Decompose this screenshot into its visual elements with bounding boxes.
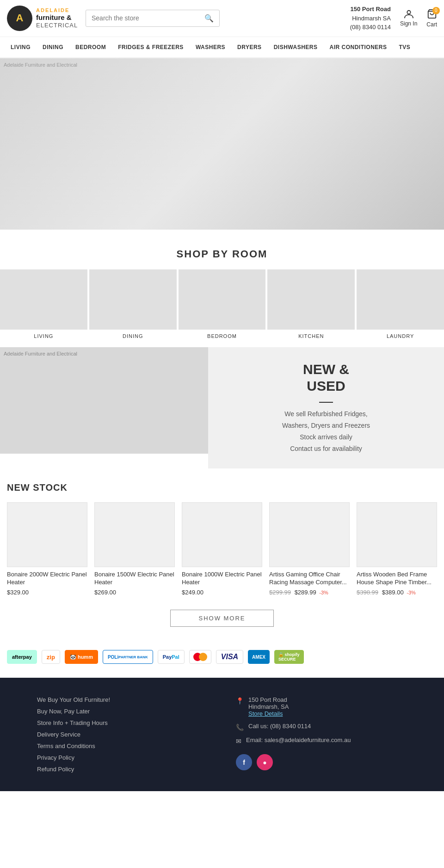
room-label-kitchen: KITCHEN (267, 330, 355, 343)
site-header: A ADELAIDE furniture & ELECTRICAL 🔍 150 … (0, 0, 444, 37)
footer-address-line1: 150 Port Road (248, 696, 289, 703)
nav-item-living[interactable]: LIVING (5, 37, 37, 57)
new-used-left: Adelaide Furniture and Electrical (0, 347, 208, 454)
poli-logo: POLiPARTNER BANK (103, 650, 153, 664)
product-price-1: $329.00 (7, 589, 87, 596)
product-name-1: Bonaire 2000W Electric Panel Heater (7, 571, 87, 587)
footer-link-delivery[interactable]: Delivery Service (37, 731, 208, 738)
footer-email: ✉ Email: sales@adelaidefurniture.com.au (236, 737, 407, 745)
room-label-laundry: LAUNDRY (357, 330, 444, 343)
nav-item-bedroom[interactable]: BEDROOM (69, 37, 112, 57)
footer-link-refund[interactable]: Refund Policy (37, 766, 208, 773)
new-stock-section: NEW STOCK Bonaire 2000W Electric Panel H… (0, 468, 444, 641)
afterpay-logo: afterpay (7, 650, 37, 664)
header-right: 150 Port Road Hindmarsh SA (08) 8340 011… (350, 5, 437, 32)
location-icon: 📍 (236, 697, 244, 705)
room-item-kitchen[interactable]: KITCHEN (265, 269, 355, 343)
product-img-1 (7, 502, 87, 567)
product-discount-5: -3% (407, 590, 416, 595)
nav-item-dryers[interactable]: DRYERS (231, 37, 268, 57)
room-label-living: LIVING (0, 330, 87, 343)
footer-social: f ● (236, 754, 407, 770)
footer-link-buy-furniture[interactable]: We Buy Your Old Furniture! (37, 696, 208, 703)
facebook-button[interactable]: f (236, 754, 252, 770)
humm-logo: 🐼 humm (65, 650, 98, 664)
search-icon: 🔍 (204, 14, 214, 23)
room-img-bedroom (179, 269, 266, 330)
logo-line1: furniture & (36, 13, 78, 22)
search-input[interactable] (92, 14, 204, 22)
footer-links-col: We Buy Your Old Furniture! Buy Now, Pay … (37, 696, 208, 777)
new-used-section: Adelaide Furniture and Electrical NEW &U… (0, 347, 444, 469)
room-grid: LIVING DINING BEDROOM KITCHEN LAUNDRY (0, 269, 444, 343)
new-used-divider (319, 402, 333, 403)
store-address: 150 Port Road (350, 5, 391, 14)
room-item-bedroom[interactable]: BEDROOM (177, 269, 266, 343)
footer-phone-label: Call us: (08) 8340 0114 (248, 723, 311, 730)
nav-list: LIVING DINING BEDROOM FRIDGES & FREEZERS… (5, 37, 439, 57)
footer-address: 📍 150 Port Road Hindmarsh, SA Store Deta… (236, 696, 407, 717)
hero-banner: Adelaide Furniture and Electrical (0, 58, 444, 230)
nav-item-tvs[interactable]: TVS (393, 37, 417, 57)
nav-item-fridges[interactable]: FRIDGES & FREEZERS (112, 37, 190, 57)
visa-logo: VISA (216, 650, 243, 664)
signin-button[interactable]: Sign In (400, 9, 417, 27)
cart-label: Cart (426, 21, 437, 28)
new-used-desc: We sell Refurbished Fridges, Washers, Dr… (282, 408, 370, 455)
product-card-1[interactable]: Bonaire 2000W Electric Panel Heater $329… (7, 502, 87, 596)
product-card-4[interactable]: Artiss Gaming Office Chair Racing Massag… (269, 502, 350, 596)
logo[interactable]: A ADELAIDE furniture & ELECTRICAL (7, 6, 79, 31)
phone-icon: 📞 (236, 724, 244, 731)
nav-item-dining[interactable]: DINING (37, 37, 69, 57)
product-card-2[interactable]: Bonaire 1500W Electric Panel Heater $269… (94, 502, 175, 596)
room-img-living (0, 269, 87, 330)
product-name-4: Artiss Gaming Office Chair Racing Massag… (269, 571, 350, 587)
email-icon: ✉ (236, 737, 241, 745)
footer-phone: 📞 Call us: (08) 8340 0114 (236, 723, 407, 731)
cart-count-badge: 0 (432, 7, 440, 14)
svg-point-0 (407, 11, 410, 14)
room-img-laundry (357, 269, 444, 330)
room-item-laundry[interactable]: LAUNDRY (355, 269, 444, 343)
footer-store-details-link[interactable]: Store Details (248, 710, 283, 717)
room-item-dining[interactable]: DINING (87, 269, 177, 343)
nav-item-dishwashers[interactable]: DISHWASHERS (268, 37, 324, 57)
room-label-bedroom: BEDROOM (179, 330, 266, 343)
product-original-price-4: $299.99 (269, 589, 291, 596)
room-item-living[interactable]: LIVING (0, 269, 87, 343)
product-sale-price-4: $289.99 (295, 589, 316, 596)
hero-label: Adelaide Furniture and Electrical (4, 62, 77, 68)
shop-by-room-section: SHOP BY ROOM LIVING DINING BEDROOM KITCH… (0, 230, 444, 347)
product-sale-price-5: $389.00 (382, 589, 404, 596)
site-footer: We Buy Your Old Furniture! Buy Now, Pay … (0, 678, 444, 791)
search-bar[interactable]: 🔍 (86, 10, 220, 27)
instagram-button[interactable]: ● (257, 754, 273, 770)
product-price-4: $299.99 $289.99 -3% (269, 589, 350, 596)
product-card-5[interactable]: Artiss Wooden Bed Frame House Shape Pine… (357, 502, 437, 596)
footer-link-terms[interactable]: Terms and Conditions (37, 743, 208, 749)
room-label-dining: DINING (89, 330, 177, 343)
main-navigation: LIVING DINING BEDROOM FRIDGES & FREEZERS… (0, 37, 444, 58)
product-name-3: Bonaire 1000W Electric Panel Heater (182, 571, 262, 587)
footer-link-privacy[interactable]: Privacy Policy (37, 754, 208, 761)
store-city: Hindmarsh SA (350, 14, 391, 23)
logo-text: ADELAIDE furniture & ELECTRICAL (36, 7, 78, 29)
paypal-logo: PayPal (158, 650, 185, 664)
product-grid: Bonaire 2000W Electric Panel Heater $329… (7, 502, 437, 596)
footer-contact-col: 📍 150 Port Road Hindmarsh, SA Store Deta… (236, 696, 407, 777)
footer-link-store-info[interactable]: Store Info + Trading Hours (37, 719, 208, 726)
room-img-dining (89, 269, 177, 330)
show-more-button[interactable]: SHOW MORE (170, 610, 273, 627)
new-used-right: NEW &USED We sell Refurbished Fridges, W… (208, 347, 444, 469)
new-used-title: NEW &USED (303, 361, 349, 394)
logo-letter: A (16, 12, 24, 24)
product-img-3 (182, 502, 262, 567)
footer-link-buy-now[interactable]: Buy Now, Pay Later (37, 708, 208, 715)
nav-item-washers[interactable]: WASHERS (190, 37, 231, 57)
nav-item-air-conditioners[interactable]: AIR CONDITIONERS (323, 37, 393, 57)
product-original-price-5: $398.99 (357, 589, 378, 596)
cart-button[interactable]: 0 Cart (426, 9, 437, 28)
product-card-3[interactable]: Bonaire 1000W Electric Panel Heater $249… (182, 502, 262, 596)
signin-label: Sign In (400, 20, 417, 27)
logo-brand: ADELAIDE (36, 7, 78, 13)
